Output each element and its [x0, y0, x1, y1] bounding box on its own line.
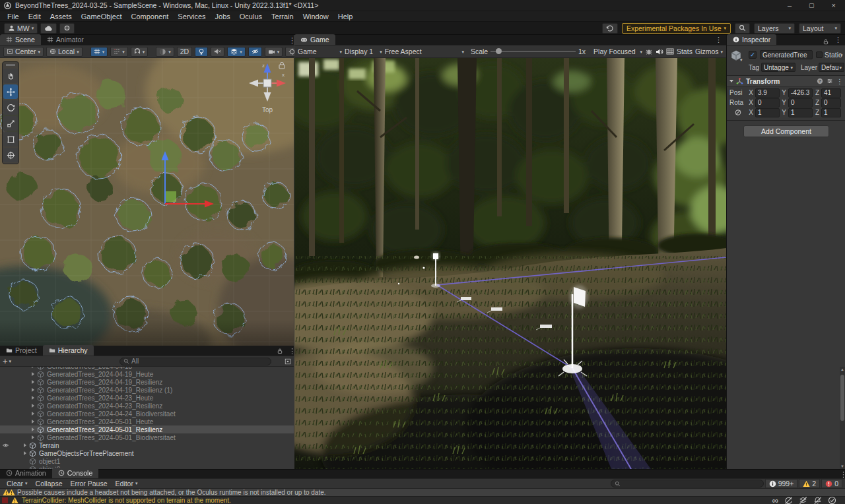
hierarchy-item[interactable]: GeneratedTrees_2024-04-19_Heute [0, 370, 294, 378]
transform-header[interactable]: Transform ? ⋮ [727, 76, 845, 87]
menu-item[interactable]: Help [333, 11, 358, 22]
hierarchy-item[interactable]: GeneratedTrees_2024-04-24_Biodiversitaet [0, 410, 294, 418]
transform-tool-button[interactable] [3, 148, 18, 162]
shading-dropdown[interactable]: ▾ [156, 47, 174, 57]
expand-arrow-icon[interactable] [32, 380, 34, 384]
object-name-field[interactable]: GeneratedTree [760, 50, 813, 59]
hierarchy-panel-tab[interactable]: Project [0, 345, 43, 356]
cloud-button[interactable] [40, 23, 57, 34]
scale-tool-button[interactable] [3, 116, 18, 131]
slider-knob[interactable] [496, 48, 502, 54]
inspector-tab[interactable]: Inspector [727, 34, 776, 45]
hierarchy-item[interactable]: GeneratedTrees_2024-04-23_Resilienz [0, 402, 294, 410]
menu-item[interactable]: File [3, 11, 24, 22]
info-count-button[interactable]: 999+ [765, 479, 798, 488]
expand-arrow-icon[interactable] [24, 451, 26, 455]
layers-dropdown[interactable]: Layers▾ [754, 23, 795, 34]
static-checkbox[interactable] [816, 51, 823, 58]
active-checkbox[interactable]: ✓ [749, 51, 757, 59]
console-toolbar-button[interactable]: Clear [3, 480, 32, 488]
account-dropdown[interactable]: MW▾ [4, 23, 38, 34]
light-toggle[interactable] [195, 47, 208, 57]
console-panel-tab[interactable]: Animation [0, 468, 52, 478]
version-control-icon[interactable]: ∞ [772, 496, 778, 504]
hierarchy-item[interactable]: GeneratedTrees_2024-05-01_Resilienz [0, 425, 294, 433]
experimental-packages-badge[interactable]: Experimental Packages In Use▾ [622, 23, 731, 34]
kebab-icon[interactable]: ⋮ [285, 346, 300, 356]
picker-icon[interactable] [285, 358, 291, 365]
error-count-button[interactable]: 0 [821, 479, 842, 488]
scale-slider[interactable] [490, 48, 576, 55]
add-object-button[interactable]: +▾ [3, 357, 11, 365]
close-button[interactable]: × [832, 1, 836, 11]
rect-tool-button[interactable] [3, 132, 18, 146]
menu-item[interactable]: Edit [24, 11, 46, 22]
game-tab[interactable]: Game [294, 34, 335, 45]
2d-toggle[interactable]: 2D [177, 47, 192, 57]
menu-item[interactable]: Window [298, 11, 333, 22]
value-x-field[interactable]: 0 [755, 98, 780, 108]
metrics-button[interactable] [645, 48, 653, 55]
grid-snap-button[interactable]: ▾ [90, 47, 108, 57]
hierarchy-search-input[interactable] [131, 358, 267, 365]
undo-history-button[interactable] [602, 23, 618, 34]
expand-arrow-icon[interactable] [32, 412, 34, 416]
static-dropdown[interactable]: ▾ [840, 53, 843, 57]
kebab-icon[interactable]: ⋮ [836, 78, 843, 85]
menu-item[interactable]: Terrain [267, 11, 298, 22]
vsync-button[interactable] [666, 48, 674, 55]
rotate-tool-button[interactable] [3, 100, 18, 115]
gizmo-lock-icon[interactable] [279, 62, 285, 69]
expand-arrow-icon[interactable] [32, 420, 34, 424]
foldout-arrow-icon[interactable] [729, 80, 733, 82]
menu-item[interactable]: Oculus [235, 11, 267, 22]
link-disabled-icon[interactable] [729, 109, 747, 116]
scene-panel-tab[interactable]: Scene [0, 34, 41, 45]
hierarchy-item[interactable]: GeneratedTrees_2024-04-23_Heute [0, 394, 294, 402]
console-toolbar-button[interactable]: Editor [112, 480, 142, 488]
menu-item[interactable]: Component [126, 11, 173, 22]
hierarchy-item[interactable]: GeneratedTrees_2024-04-19_Resilienz (1) [0, 386, 294, 394]
hierarchy-item[interactable]: GeneratedTrees_2024-04-19_Resilienz [0, 378, 294, 386]
console-search-input[interactable] [623, 480, 760, 488]
kebab-icon[interactable]: ⋮ [711, 34, 726, 45]
display-dropdown[interactable]: Display 1▾ [345, 47, 382, 55]
audio-button[interactable] [656, 48, 663, 55]
camera-dropdown[interactable]: ▾ [265, 47, 283, 57]
kebab-icon[interactable]: ⋮ [836, 469, 845, 480]
warning-count-button[interactable]: 2 [799, 479, 820, 488]
scrollbar-thumb[interactable] [840, 375, 844, 421]
settings-button[interactable] [59, 23, 75, 34]
maximize-button[interactable]: ▢ [809, 1, 815, 11]
expand-arrow-icon[interactable] [32, 435, 34, 439]
value-z-field[interactable]: 0 [821, 98, 841, 108]
hand-tool-button[interactable] [3, 69, 18, 83]
layer-dropdown[interactable]: Defau▾ [819, 63, 844, 72]
play-focused-dropdown[interactable]: Play Focused▾ [593, 47, 642, 55]
expand-arrow-icon[interactable] [32, 396, 34, 400]
expand-arrow-icon[interactable] [32, 427, 34, 431]
effects-dropdown[interactable]: ▾ [227, 47, 246, 57]
console-toolbar-button[interactable]: Collapse [32, 480, 67, 488]
magnet-snap-button[interactable]: ▾ [131, 47, 149, 57]
lock-icon[interactable] [275, 348, 285, 354]
menu-item[interactable]: Jobs [211, 11, 235, 22]
value-y-field[interactable]: 0 [788, 98, 813, 108]
menu-item[interactable]: Assets [46, 11, 77, 22]
console-panel-tab[interactable]: Console [52, 468, 99, 478]
add-component-button[interactable]: Add Component [743, 125, 829, 137]
console-log-entry[interactable]: Possible causes include a headset not be… [0, 489, 845, 496]
value-y-field[interactable]: -426.3 [788, 88, 813, 98]
hierarchy-item[interactable]: GeneratedTrees_2024-05-01_Heute [0, 418, 294, 425]
game-viewport[interactable] [294, 58, 726, 469]
expand-arrow-icon[interactable] [32, 372, 34, 376]
menu-item[interactable]: GameObject [77, 11, 127, 22]
menu-item[interactable]: Services [173, 11, 210, 22]
expand-arrow-icon[interactable] [32, 367, 34, 368]
stats-button[interactable]: Stats [677, 47, 693, 55]
notifications-disabled-icon[interactable] [813, 496, 822, 504]
expand-arrow-icon[interactable] [24, 443, 26, 447]
overlay-drag-handle[interactable] [6, 64, 15, 66]
hierarchy-panel-tab[interactable]: Hierarchy [43, 345, 94, 356]
search-button[interactable] [735, 23, 750, 34]
